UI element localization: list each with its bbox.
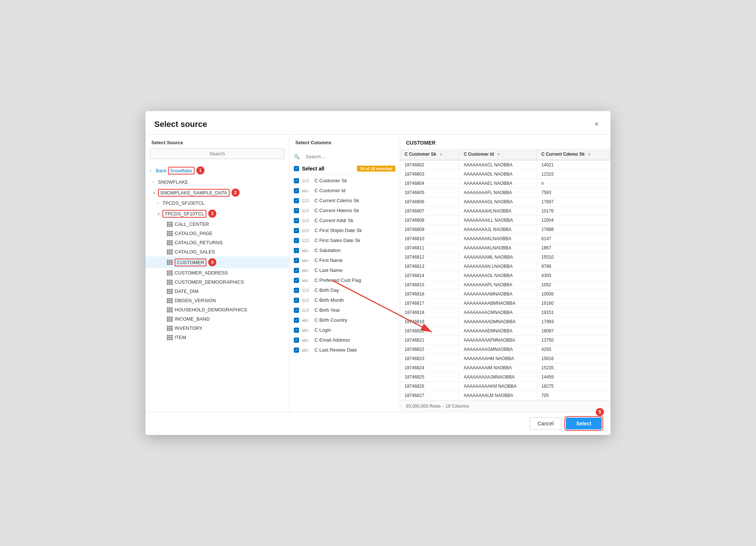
col-name-9: C Last Name	[315, 267, 343, 273]
table-row: 18746808 AAAAAAAAILL NAOBBA 12004	[400, 216, 611, 225]
tree-item-dbgen-version[interactable]: DBGEN_VERSION	[145, 296, 289, 305]
select-source-dialog: Select source × Select Source ‹ Back Sno…	[145, 111, 611, 435]
th-customer-sk[interactable]: C Customer Sk ▼	[400, 149, 459, 160]
source-panel: Select Source ‹ Back Snowflake 1 › SNOWF…	[145, 135, 289, 412]
col-checkbox-13[interactable]	[294, 308, 299, 313]
col-checkbox-0[interactable]	[294, 178, 299, 183]
column-item[interactable]: 123 C Birth Month	[289, 295, 400, 305]
column-item[interactable]: abc C Last Review Date	[289, 345, 400, 355]
item-label: ITEM	[175, 335, 186, 340]
col-name-12: C Birth Month	[315, 297, 344, 303]
column-item[interactable]: abc C Last Name	[289, 265, 400, 275]
tree-item-customer[interactable]: CUSTOMER 4	[145, 256, 289, 268]
select-button[interactable]: Select	[566, 418, 602, 429]
cell-id-9: AAAAAAAAKLNAOBBA	[459, 243, 537, 253]
data-table-container[interactable]: C Customer Sk ▼ C Customer Id ▼ C Curren…	[400, 149, 611, 400]
cell-cdemo-11: 9788	[537, 262, 610, 271]
th-current-cdemo[interactable]: C Current Cdemo Sk ▼	[537, 149, 610, 160]
col-checkbox-11[interactable]	[294, 288, 299, 293]
cell-id-0: AAAAAAAACL NAOBBA	[459, 160, 537, 170]
cell-cdemo-6: 12004	[537, 216, 610, 225]
tree-item-date-dim[interactable]: DATE_DIM	[145, 287, 289, 296]
column-item[interactable]: 123 C Current Addr Sk	[289, 215, 400, 225]
sort-icon-cdemo: ▼	[587, 152, 591, 156]
column-item[interactable]: abc C First Name	[289, 255, 400, 265]
column-item[interactable]: abc C Email Address	[289, 335, 400, 345]
col-checkbox-7[interactable]	[294, 248, 299, 253]
col-checkbox-4[interactable]	[294, 218, 299, 223]
cell-sk-18: 18746820	[400, 326, 459, 336]
cell-sk-2: 18746804	[400, 179, 459, 188]
table-row: 18746804 AAAAAAAAEL NAOBBA n	[400, 179, 611, 188]
column-search-input[interactable]	[302, 152, 395, 161]
tree-item-catalog-returns[interactable]: CATALOG_RETURNS	[145, 238, 289, 247]
column-item[interactable]: 123 C First Shipto Date Sk	[289, 225, 400, 235]
tree-item-customer-demographics[interactable]: CUSTOMER_DEMOGRAPHICS	[145, 277, 289, 287]
table-row: 18746813 AAAAAAAAN LNAOBBA 9788	[400, 262, 611, 271]
col-name-10: C Preferred Cust Flag	[315, 277, 361, 283]
tree-item-snowflake-root[interactable]: › SNOWFLAKE	[145, 177, 289, 187]
source-panel-label: Select Source	[145, 135, 289, 148]
tree-item-snowflake-sample[interactable]: ∨ SNOWFLAKE_SAMPLE_DATA 2	[145, 187, 289, 198]
column-item[interactable]: 123 C Customer Sk	[289, 176, 400, 186]
column-item[interactable]: abc C Customer Id	[289, 186, 400, 196]
source-search-input[interactable]	[150, 148, 285, 159]
tree-item-tpcds-sf10tcl[interactable]: ∨ TPCDS_SF10TCL 3	[145, 208, 289, 220]
col-checkbox-14[interactable]	[294, 318, 299, 323]
col-checkbox-10[interactable]	[294, 278, 299, 283]
tree-item-income-band[interactable]: INCOME_BAND	[145, 314, 289, 324]
table-row: 18746823 AAAAAAAAHM NAOBBA 15616	[400, 354, 611, 363]
tree-item-catalog-page[interactable]: CATALOG_PAGE	[145, 229, 289, 238]
col-checkbox-2[interactable]	[294, 198, 299, 203]
col-name-6: C First Sales Date Sk	[315, 238, 360, 243]
tree-item-catalog-sales[interactable]: CATALOG_SALES	[145, 247, 289, 256]
table-row: 18746807 AAAAAAAAHLNAOBBA 10176	[400, 207, 611, 216]
column-item[interactable]: abc C Login	[289, 325, 400, 335]
close-button[interactable]: ×	[591, 118, 602, 130]
column-item[interactable]: 123 C Current Cdemo Sk	[289, 196, 400, 205]
preview-footer: 65,000,000 Rows – 18 Columns	[400, 400, 611, 412]
column-item[interactable]: abc C Preferred Cust Flag	[289, 275, 400, 285]
col-type-1: abc	[302, 189, 312, 193]
column-item[interactable]: 123 C Birth Day	[289, 285, 400, 295]
column-item[interactable]: abc C Salutation	[289, 245, 400, 255]
tree-item-call-center[interactable]: CALL_CENTER	[145, 220, 289, 229]
col-checkbox-9[interactable]	[294, 268, 299, 273]
column-item[interactable]: 123 C Current Hdemo Sk	[289, 205, 400, 215]
snowflake-sample-label: SNOWFLAKE_SAMPLE_DATA	[160, 190, 227, 196]
income-band-label: INCOME_BAND	[175, 316, 210, 322]
tree-item-item[interactable]: ITEM	[145, 333, 289, 342]
col-checkbox-16[interactable]	[294, 338, 299, 343]
annotation-4: 4	[208, 258, 216, 266]
col-name-3: C Current Hdemo Sk	[315, 208, 359, 213]
sort-icon-id: ▼	[497, 152, 501, 156]
column-item[interactable]: abc C Birth Country	[289, 315, 400, 325]
table-row: 18746810 AAAAAAAAKLNAOBBA 6147	[400, 234, 611, 243]
cell-sk-24: 18746826	[400, 382, 459, 391]
col-type-16: abc	[302, 338, 312, 342]
table-icon-dbgen-version	[167, 298, 173, 303]
cancel-button[interactable]: Cancel	[530, 417, 561, 430]
tree-item-customer-address[interactable]: CUSTOMER_ADDRESS	[145, 268, 289, 277]
tree-item-tpcds-sf100tcl[interactable]: › TPCDS_SF100TCL	[145, 198, 289, 208]
col-checkbox-5[interactable]	[294, 228, 299, 233]
col-checkbox-6[interactable]	[294, 238, 299, 243]
col-checkbox-3[interactable]	[294, 208, 299, 213]
cell-sk-13: 18746815	[400, 280, 459, 290]
select-all-checkbox[interactable]	[294, 166, 299, 171]
catalog-page-label: CATALOG_PAGE	[175, 231, 213, 236]
col-checkbox-12[interactable]	[294, 298, 299, 303]
back-link[interactable]: ‹ Back Snowflake 1	[145, 163, 289, 177]
col-checkbox-17[interactable]	[294, 348, 299, 353]
column-item[interactable]: 123 C Birth Year	[289, 305, 400, 315]
col-checkbox-1[interactable]	[294, 188, 299, 193]
col-checkbox-15[interactable]	[294, 328, 299, 333]
tree-item-household-demo[interactable]: HOUSEHOLD_DEMOGRAPHICS	[145, 305, 289, 314]
tpcds-sf10tcl-label: TPCDS_SF10TCL	[165, 211, 204, 217]
column-item[interactable]: 123 C First Sales Date Sk	[289, 235, 400, 245]
tree-item-inventory[interactable]: INVENTORY	[145, 324, 289, 333]
cell-id-7: AAAAAAAAJL NAOBBA	[459, 225, 537, 234]
col-checkbox-8[interactable]	[294, 258, 299, 263]
th-customer-id[interactable]: C Customer Id ▼	[459, 149, 537, 160]
back-label: Back	[156, 168, 166, 173]
